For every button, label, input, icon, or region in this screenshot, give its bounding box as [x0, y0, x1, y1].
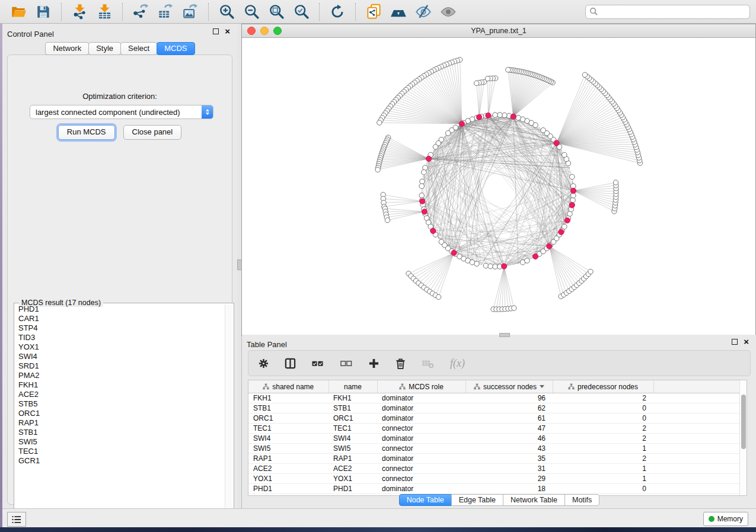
table-cell[interactable]: dominator [377, 414, 465, 424]
mcds-result-item[interactable]: ORC1 [15, 409, 225, 418]
network-node[interactable] [613, 180, 618, 185]
zoom-in-button[interactable] [218, 3, 235, 21]
zoom-fit-button[interactable] [267, 3, 285, 21]
table-row[interactable]: RAP1RAP1dominator352 [248, 454, 741, 464]
network-node[interactable] [541, 128, 546, 133]
mcds-hub-node[interactable] [459, 121, 464, 126]
mcds-result-item[interactable]: PHD1 [15, 305, 225, 314]
table-row[interactable]: SWI4SWI4dominator462 [248, 434, 741, 444]
add-column-icon[interactable] [368, 358, 379, 369]
table-row[interactable]: PHD1PHD1dominator180 [248, 484, 741, 494]
level-of-detail-button[interactable] [439, 3, 457, 21]
network-node[interactable] [483, 263, 489, 268]
network-node[interactable] [570, 174, 575, 180]
network-node[interactable] [422, 169, 427, 175]
table-cell[interactable]: SWI5 [248, 444, 328, 454]
table-cell[interactable]: 35 [465, 454, 553, 464]
mcds-hub-node[interactable] [532, 254, 538, 259]
import-table-button[interactable] [95, 3, 113, 21]
table-cell[interactable]: 47 [465, 424, 553, 434]
mcds-hub-node[interactable] [426, 156, 431, 161]
tab-network[interactable]: Network [45, 42, 89, 55]
column-header-successor-nodes[interactable]: successor nodes [465, 380, 553, 393]
table-row[interactable]: ACE2ACE2connector311 [248, 464, 741, 474]
network-node[interactable] [445, 130, 451, 136]
column-header-shared-name[interactable]: shared name [248, 380, 328, 393]
table-row[interactable]: STB1STB1dominator620 [248, 403, 741, 414]
table-cell[interactable]: dominator [377, 434, 465, 444]
network-node[interactable] [588, 269, 593, 274]
network-node[interactable] [420, 179, 425, 184]
table-row[interactable]: SWI5SWI5connector431 [248, 444, 741, 454]
close-panel-icon[interactable]: × [225, 28, 230, 34]
deselect-all-columns-icon[interactable] [340, 358, 353, 369]
network-node[interactable] [562, 152, 567, 158]
table-cell[interactable]: SWI5 [328, 444, 377, 454]
tab-style[interactable]: Style [88, 42, 121, 55]
column-visibility-icon[interactable] [285, 358, 296, 369]
table-cell[interactable]: ACE2 [248, 464, 328, 474]
mcds-hub-node[interactable] [569, 203, 575, 208]
network-node[interactable] [493, 264, 498, 270]
table-row[interactable]: YOX1YOX1connector291 [248, 474, 741, 484]
refresh-view-button[interactable] [328, 3, 346, 21]
tab-network-table[interactable]: Network Table [503, 494, 565, 506]
run-mcds-button[interactable]: Run MCDS [58, 125, 115, 140]
show-hide-graphics-button[interactable] [414, 3, 432, 21]
table-cell[interactable]: 0 [553, 414, 653, 424]
task-history-button[interactable] [7, 512, 26, 527]
network-node[interactable] [419, 193, 425, 198]
mcds-result-item[interactable]: GCR1 [15, 456, 225, 466]
table-cell[interactable]: 2 [553, 424, 653, 434]
table-cell[interactable]: RAP1 [248, 454, 328, 464]
mcds-list-scrollbar[interactable] [225, 305, 232, 525]
table-cell[interactable]: SWI4 [248, 434, 328, 444]
network-node[interactable] [512, 306, 516, 310]
network-node[interactable] [433, 145, 438, 150]
network-node[interactable] [488, 264, 493, 269]
table-cell[interactable]: 61 [465, 414, 553, 424]
select-all-columns-icon[interactable] [311, 358, 324, 369]
table-cell[interactable]: 2 [553, 454, 653, 464]
column-header-name[interactable]: name [328, 380, 377, 393]
table-cell[interactable]: 96 [465, 393, 553, 403]
table-cell[interactable]: dominator [377, 484, 465, 494]
mcds-result-item[interactable]: TEC1 [15, 447, 225, 456]
export-image-button[interactable] [181, 3, 199, 21]
table-scrollbar-thumb[interactable] [741, 395, 746, 449]
float-panel-icon[interactable] [213, 28, 219, 34]
table-cell[interactable]: 18 [465, 484, 553, 494]
table-cell[interactable]: dominator [377, 454, 465, 464]
network-window-titlebar[interactable]: YPA_prune.txt_1 [242, 24, 755, 38]
table-cell[interactable]: YOX1 [328, 474, 377, 484]
table-scrollbar[interactable] [739, 380, 747, 495]
column-header-predecessor-nodes[interactable]: predecessor nodes [553, 380, 653, 393]
open-file-button[interactable] [9, 3, 27, 21]
mcds-result-item[interactable]: ACE2 [15, 390, 225, 399]
network-node[interactable] [506, 68, 511, 72]
table-cell[interactable]: TEC1 [248, 424, 328, 434]
mcds-hub-node[interactable] [547, 243, 552, 249]
mcds-result-item[interactable]: SRD1 [15, 361, 225, 371]
network-node[interactable] [570, 197, 576, 203]
mcds-hub-node[interactable] [554, 140, 559, 146]
table-cell[interactable]: connector [377, 474, 465, 484]
table-cell[interactable]: 1 [553, 444, 653, 454]
close-table-panel-icon[interactable]: × [744, 339, 749, 345]
mcds-hub-node[interactable] [430, 228, 436, 233]
tab-edge-table[interactable]: Edge Table [451, 494, 503, 506]
network-node[interactable] [497, 113, 503, 118]
mcds-result-item[interactable]: STB5 [15, 399, 225, 409]
delete-columns-icon[interactable] [395, 358, 406, 369]
search-input[interactable] [598, 6, 746, 18]
mcds-hub-node[interactable] [564, 217, 570, 223]
table-cell[interactable]: connector [377, 424, 465, 434]
table-cell[interactable]: 43 [465, 444, 553, 454]
network-canvas[interactable] [242, 38, 755, 335]
table-cell[interactable]: YOX1 [248, 474, 328, 484]
mcds-result-item[interactable]: YOX1 [15, 342, 225, 352]
tab-select[interactable]: Select [120, 42, 157, 55]
mcds-hub-node[interactable] [559, 229, 564, 235]
table-cell[interactable]: PHD1 [328, 484, 377, 494]
network-node[interactable] [419, 184, 425, 189]
